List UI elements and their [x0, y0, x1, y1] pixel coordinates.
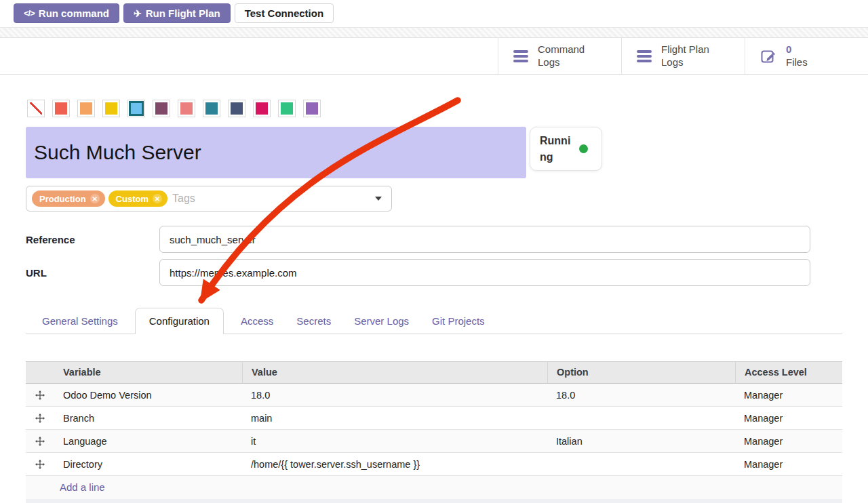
swatch-salmon[interactable] [178, 100, 195, 117]
list-icon [637, 50, 652, 62]
status-card[interactable]: Running [530, 127, 602, 171]
top-toolbar: </> Run command ✈ Run Flight Plan Test C… [0, 0, 868, 27]
tab-git-projects[interactable]: Git Projects [426, 308, 491, 334]
column-header-variable[interactable]: Variable [54, 362, 242, 383]
run-command-label: Run command [39, 7, 109, 19]
cell-variable[interactable]: Odoo Demo Version [54, 390, 242, 401]
tag-remove-icon[interactable]: ✕ [153, 194, 162, 203]
status-running-dot [579, 144, 588, 153]
swatch-red[interactable] [52, 100, 70, 117]
table-header: Variable Value Option Access Level [26, 361, 842, 384]
run-command-button[interactable]: </> Run command [14, 3, 119, 23]
flight-plan-logs-label: Flight Plan Logs [661, 43, 709, 69]
drag-handle-icon [35, 414, 45, 423]
status-label: Running [540, 133, 575, 164]
swatch-yellow[interactable] [102, 100, 120, 117]
swatch-light-blue[interactable] [127, 100, 145, 117]
table-row[interactable]: Odoo Demo Version18.018.0Manager [26, 384, 842, 407]
cell-value[interactable]: it [242, 436, 547, 447]
cell-variable[interactable]: Language [54, 436, 242, 447]
drag-handle-icon [35, 390, 45, 400]
notebook-tabs: General SettingsConfigurationAccessSecre… [26, 308, 842, 334]
cell-access-level[interactable]: Manager [735, 436, 842, 447]
test-connection-label: Test Connection [245, 7, 323, 19]
url-input[interactable] [159, 259, 810, 286]
tab-secrets[interactable]: Secrets [290, 308, 337, 334]
control-panel: Command Logs Flight Plan Logs 0 Files [0, 38, 868, 75]
cell-access-level[interactable]: Manager [735, 390, 842, 401]
row-drag-handle[interactable] [26, 390, 54, 400]
add-line-row: Add a line [26, 476, 842, 499]
row-drag-handle[interactable] [26, 437, 54, 446]
table-row[interactable]: LanguageitItalianManager [26, 430, 842, 453]
tags-field[interactable]: Production✕Custom✕Tags [26, 186, 392, 212]
test-connection-button[interactable]: Test Connection [235, 3, 334, 23]
command-logs-label: Command Logs [538, 43, 585, 69]
swatch-fuchsia[interactable] [253, 100, 271, 117]
swatch-dark-blue[interactable] [228, 100, 245, 117]
cell-option[interactable]: 18.0 [547, 390, 735, 401]
files-label: 0 Files [786, 43, 808, 69]
list-icon [513, 50, 528, 62]
server-title-field[interactable]: Such Much Server [26, 127, 526, 178]
column-header-option[interactable]: Option [547, 362, 735, 383]
column-header-access-level[interactable]: Access Level [735, 362, 842, 383]
form-sheet: Such Much Server Running Production✕Cust… [0, 100, 868, 503]
cell-value[interactable]: 18.0 [242, 390, 547, 401]
add-a-line-link[interactable]: Add a line [60, 481, 105, 493]
tab-server-logs[interactable]: Server Logs [348, 308, 415, 334]
table-body: Odoo Demo Version18.018.0ManagerBranchma… [26, 384, 842, 476]
command-logs-button[interactable]: Command Logs [498, 38, 621, 74]
swatch-teal[interactable] [203, 100, 220, 117]
files-button[interactable]: 0 Files [745, 38, 868, 74]
swatch-no-color[interactable] [27, 100, 45, 117]
table-row[interactable]: Directory/home/{{ tower.server.ssh_usern… [26, 453, 842, 476]
tag-label: Custom [116, 194, 149, 204]
edit-icon [760, 48, 776, 64]
tab-general-settings[interactable]: General Settings [36, 308, 124, 334]
swatch-purple[interactable] [303, 100, 321, 117]
cell-value[interactable]: main [242, 413, 547, 424]
swatch-dark-purple[interactable] [153, 100, 170, 117]
reference-label: Reference [26, 234, 159, 245]
run-flight-plan-label: Run Flight Plan [146, 7, 220, 19]
cell-option[interactable]: Italian [547, 436, 735, 447]
tab-configuration[interactable]: Configuration [135, 308, 224, 334]
cell-access-level[interactable]: Manager [735, 413, 842, 424]
reference-input[interactable] [159, 226, 810, 253]
row-drag-handle[interactable] [26, 414, 54, 423]
table-footer-strip [26, 499, 842, 503]
tags-placeholder: Tags [172, 193, 195, 205]
tag-pill-custom[interactable]: Custom✕ [108, 190, 167, 207]
tab-access[interactable]: Access [235, 308, 279, 334]
cell-value[interactable]: /home/{{ tower.server.ssh_username }} [242, 459, 547, 470]
flight-plan-logs-button[interactable]: Flight Plan Logs [621, 38, 745, 74]
url-label: URL [26, 267, 159, 279]
drag-handle-icon [35, 460, 45, 469]
tag-remove-icon[interactable]: ✕ [90, 194, 100, 203]
run-flight-plan-button[interactable]: ✈ Run Flight Plan [123, 3, 231, 23]
drag-handle-icon [35, 437, 45, 446]
row-drag-handle[interactable] [26, 460, 54, 469]
plane-icon: ✈ [134, 8, 142, 19]
background-strip [0, 27, 868, 38]
table-row[interactable]: BranchmainManager [26, 407, 842, 430]
cell-access-level[interactable]: Manager [735, 459, 842, 470]
swatch-green[interactable] [278, 100, 296, 117]
handle-column-header [26, 362, 54, 383]
cell-variable[interactable]: Directory [54, 459, 242, 470]
color-swatch-picker [26, 100, 842, 117]
column-header-value[interactable]: Value [242, 362, 547, 383]
configuration-table: Variable Value Option Access Level Odoo … [26, 361, 842, 503]
tag-pill-production[interactable]: Production✕ [32, 190, 105, 207]
chevron-down-icon[interactable] [375, 197, 382, 201]
code-icon: </> [24, 8, 35, 18]
tag-label: Production [39, 194, 86, 204]
swatch-orange[interactable] [77, 100, 95, 117]
cell-variable[interactable]: Branch [54, 413, 242, 424]
